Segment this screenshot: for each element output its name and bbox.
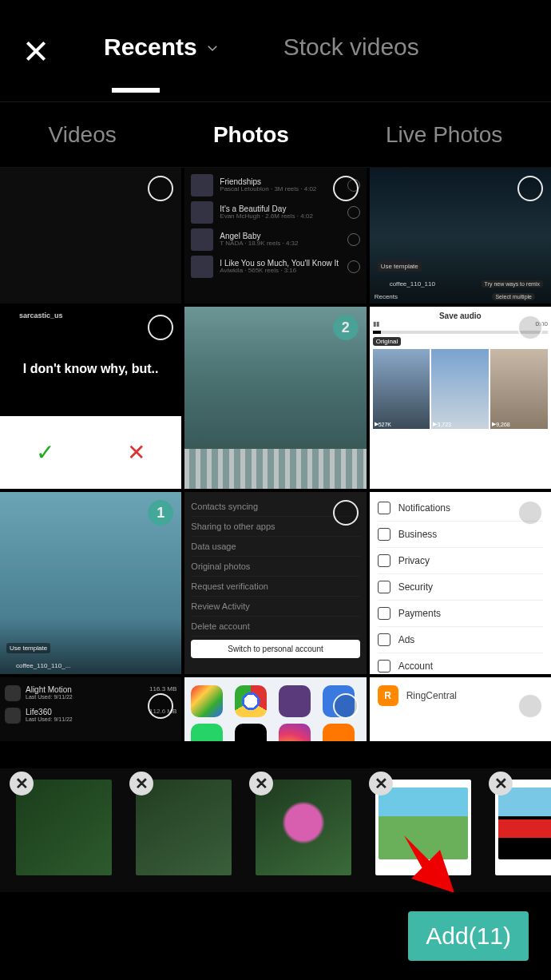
play-icon (347, 233, 360, 246)
list-item: Data usage (191, 537, 359, 557)
selected-item[interactable]: ✕ (495, 780, 551, 875)
selected-item[interactable]: ✕ (136, 780, 232, 875)
username: coffee_110_110 (390, 280, 435, 288)
select-toggle[interactable] (517, 500, 543, 526)
use-template-chip: Use template (6, 643, 50, 653)
photo-cell[interactable]: FriendshipsPascal Letoublon · 3M reels ·… (184, 168, 366, 304)
add-button[interactable]: Add(11) (408, 911, 529, 961)
photo-cell[interactable]: Save audio ▮▮0:00 Original ▶ 527K ▶ 3,72… (370, 307, 551, 489)
selected-item[interactable]: ✕ (256, 780, 351, 875)
list-item: Notifications (398, 502, 450, 514)
list-item: Delete account (191, 617, 359, 637)
list-item: Account (398, 661, 433, 672)
list-item: Review Activity (191, 597, 359, 617)
photo-cell[interactable]: Alight MotionLast Used: 9/11/22116.3 MB … (0, 677, 181, 741)
switch-account-label: Switch to personal account (191, 640, 359, 658)
remove-button[interactable]: ✕ (369, 772, 393, 796)
selected-item[interactable]: ✕ (375, 780, 471, 875)
app-name: Alight Motion (26, 685, 145, 694)
photo-cell[interactable]: Notifications Business Privacy Security … (370, 492, 551, 674)
select-toggle[interactable] (333, 693, 359, 719)
list-item: Security (398, 581, 433, 593)
select-toggle[interactable] (517, 315, 543, 340)
app-name: Life360 (26, 708, 145, 716)
media-picker-screen: { "header": { "top_tabs": { "recents": "… (0, 0, 551, 980)
source-tabs: Recents Stock videos (72, 34, 551, 69)
list-item: Business (398, 529, 438, 540)
remove-button[interactable]: ✕ (249, 772, 273, 796)
username: coffee_110_110_... (16, 662, 70, 669)
hint-chip: Try new ways to remix (482, 280, 543, 288)
subtab-live-photos[interactable]: Live Photos (386, 122, 502, 148)
check-icon: ✓ (36, 439, 54, 466)
photo-cell[interactable] (184, 677, 366, 741)
shield-icon (378, 581, 390, 593)
card-icon (378, 607, 390, 620)
username: sarcastic_us (19, 311, 63, 319)
use-template-chip: Use template (378, 261, 422, 272)
selected-media-strip[interactable]: ✕ ✕ ✕ ✕ ✕ (0, 768, 551, 892)
selected-item[interactable]: ✕ (16, 780, 112, 875)
photo-cell[interactable]: Use template coffee_110_110 Try new ways… (370, 168, 551, 304)
ringcentral-icon: R (378, 685, 398, 706)
photo-grid: FriendshipsPascal Letoublon · 3M reels ·… (0, 168, 551, 741)
list-item: Request verification (191, 577, 359, 597)
select-toggle[interactable] (333, 500, 359, 526)
chrome-icon (235, 685, 267, 717)
select-toggle[interactable] (517, 693, 543, 719)
close-icon (23, 38, 49, 64)
photo-cell[interactable]: 2 (184, 307, 366, 489)
tab-recents-label: Recents (104, 34, 197, 61)
maps-icon (191, 685, 223, 717)
x-icon: ✕ (127, 439, 145, 466)
app-name: RingCentral (406, 690, 457, 701)
photo-cell[interactable]: Use template coffee_110_110_... 1 (0, 492, 181, 674)
select-toggle[interactable] (517, 176, 543, 201)
person-icon (378, 660, 390, 673)
list-item: Original photos (191, 557, 359, 577)
list-item: Payments (398, 608, 441, 619)
media-type-tabs: Videos Photos Live Photos (0, 102, 551, 168)
original-chip: Original (373, 337, 402, 346)
select-toggle[interactable] (333, 176, 359, 201)
lock-icon (378, 554, 390, 567)
remove-button[interactable]: ✕ (10, 772, 34, 796)
top-bar: Recents Stock videos (0, 0, 551, 102)
photo-cell[interactable]: Contacts syncing Sharing to other apps D… (184, 492, 366, 674)
tab-stock-label: Stock videos (283, 34, 419, 61)
list-item: Ads (398, 634, 415, 645)
subtab-photos[interactable]: Photos (213, 122, 289, 148)
meme-caption: I don't know why, but.. (23, 362, 159, 376)
footer-bar: Add(11) (0, 892, 551, 980)
select-multiple-chip: Select multiple (492, 293, 535, 300)
list-item: Privacy (398, 555, 430, 566)
chevron-down-icon (205, 34, 220, 61)
photo-cell[interactable]: sarcastic_us I don't know why, but.. ✓ ✕ (0, 307, 181, 489)
photo-cell[interactable] (0, 168, 181, 304)
recents-label: Recents (375, 293, 398, 300)
select-toggle-selected[interactable]: 1 (148, 500, 173, 526)
soundcloud-icon (323, 724, 355, 741)
roku-icon (279, 685, 311, 717)
tab-recents[interactable]: Recents (104, 34, 220, 69)
select-toggle-selected[interactable]: 2 (333, 315, 359, 340)
subtab-videos[interactable]: Videos (49, 122, 117, 148)
tab-stock-videos[interactable]: Stock videos (283, 34, 419, 69)
capcut-icon (235, 724, 267, 741)
megaphone-icon (378, 633, 390, 646)
whatsapp-icon (191, 724, 223, 741)
play-icon (347, 260, 360, 273)
bell-icon (378, 502, 390, 514)
select-toggle[interactable] (148, 176, 173, 201)
remove-button[interactable]: ✕ (129, 772, 153, 796)
close-button[interactable] (0, 38, 72, 64)
instagram-icon (279, 724, 311, 741)
photo-cell[interactable]: RRingCentral (370, 677, 551, 741)
play-icon (347, 206, 360, 219)
remove-button[interactable]: ✕ (489, 772, 513, 796)
business-icon (378, 528, 390, 541)
